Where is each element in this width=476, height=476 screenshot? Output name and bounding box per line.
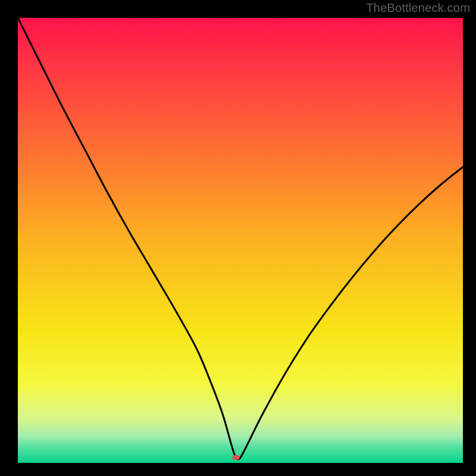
chart-svg bbox=[18, 18, 463, 463]
svg-rect-0 bbox=[18, 18, 463, 463]
chart-container: TheBottleneck.com bbox=[0, 0, 476, 476]
watermark-text: TheBottleneck.com bbox=[366, 1, 470, 15]
plot-area bbox=[18, 18, 463, 463]
optimum-marker bbox=[233, 455, 240, 460]
